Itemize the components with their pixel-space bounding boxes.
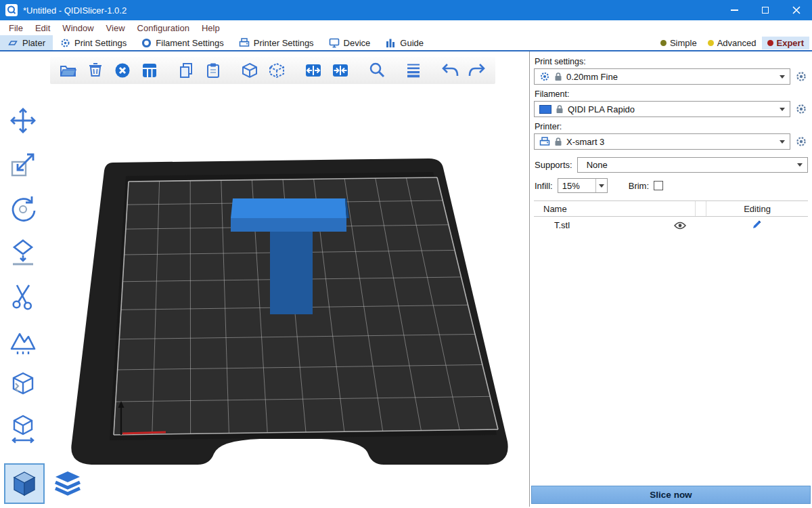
3d-view-cube-icon — [10, 469, 39, 498]
tab-plater[interactable]: Plater — [0, 35, 53, 50]
preview-view-button[interactable] — [49, 465, 87, 503]
tab-filament-settings[interactable]: Filament Settings — [134, 35, 231, 50]
tool-place-on-face-button[interactable] — [5, 235, 41, 270]
supports-combo[interactable]: None — [577, 157, 808, 173]
undo-icon — [441, 62, 459, 79]
mode-simple[interactable]: Simple — [655, 37, 702, 49]
add-instance-icon — [241, 62, 258, 79]
open-button[interactable] — [57, 59, 80, 82]
slice-now-button[interactable]: Slice now — [531, 486, 811, 504]
sidebar: Print settings: 0.20mm Fine Filament: QI… — [529, 51, 812, 507]
print-settings-combo[interactable]: 0.20mm Fine — [534, 68, 790, 85]
tool-rotate-button[interactable] — [5, 191, 41, 226]
visibility-toggle[interactable] — [674, 221, 686, 230]
object-settings-button[interactable] — [752, 219, 763, 232]
redo-button[interactable] — [466, 59, 489, 82]
remove-instance-icon — [268, 62, 286, 79]
mode-label: Expert — [777, 38, 804, 48]
variable-layer-height-icon — [405, 62, 422, 79]
arrange-button[interactable] — [138, 59, 161, 82]
copy-icon — [177, 62, 195, 79]
arrange-icon — [141, 62, 158, 79]
infill-value: 15% — [558, 181, 595, 191]
copy-button[interactable] — [175, 59, 198, 82]
app-icon — [5, 4, 18, 16]
menu-help[interactable]: Help — [196, 23, 226, 33]
window-title: *Untitled - QIDISlicer-1.0.2 — [23, 5, 127, 16]
print-settings-edit-button[interactable] — [794, 70, 808, 83]
supports-value: None — [583, 160, 793, 170]
tool-cut-button[interactable] — [5, 279, 41, 314]
scene-3d — [0, 51, 529, 507]
plater-icon — [7, 38, 18, 47]
split-objects-button[interactable] — [302, 59, 325, 82]
delete-all-button[interactable] — [111, 59, 134, 82]
menu-edit[interactable]: Edit — [29, 23, 56, 33]
printer-combo[interactable]: X-smart 3 — [534, 133, 790, 150]
infill-label: Infill: — [535, 181, 553, 191]
add-instance-button[interactable] — [238, 59, 261, 82]
printer-edit-button[interactable] — [794, 135, 808, 148]
chevron-down-icon — [780, 75, 785, 79]
tab-guide[interactable]: Guide — [378, 35, 431, 50]
column-header-name[interactable]: Name — [534, 201, 696, 216]
undo-button[interactable] — [438, 59, 461, 82]
tool-move-button[interactable] — [5, 103, 41, 138]
mode-advanced[interactable]: Advanced — [702, 37, 762, 49]
menu-window[interactable]: Window — [56, 23, 99, 33]
preset-gear-icon — [539, 71, 550, 82]
tool-measure-button[interactable] — [5, 411, 41, 446]
remove-instance-button[interactable] — [265, 59, 288, 82]
infill-combo[interactable]: 15% — [558, 178, 608, 193]
tab-label: Plater — [22, 38, 45, 48]
menu-configuration[interactable]: Configuration — [131, 23, 196, 33]
menu-file[interactable]: File — [3, 23, 29, 33]
minimize-button[interactable] — [719, 0, 750, 20]
viewport-3d[interactable] — [0, 51, 529, 507]
brim-label: Brim: — [629, 181, 649, 191]
split-parts-icon — [332, 62, 349, 79]
menu-view[interactable]: View — [100, 23, 131, 33]
seam-icon — [8, 370, 38, 400]
left-toolbar — [5, 103, 41, 446]
tool-paint-supports-button[interactable] — [5, 323, 41, 358]
gear-icon — [795, 70, 807, 83]
supports-label: Supports: — [535, 160, 572, 170]
column-header-editing[interactable]: Editing — [706, 201, 808, 216]
tool-seam-button[interactable] — [5, 367, 41, 402]
lock-icon — [554, 137, 562, 146]
titlebar: *Untitled - QIDISlicer-1.0.2 — [0, 0, 812, 20]
chevron-down-icon — [780, 108, 785, 111]
search-icon — [368, 62, 386, 79]
tab-label: Print Settings — [74, 38, 127, 48]
filament-label: Filament: — [535, 89, 808, 99]
search-button[interactable] — [365, 59, 388, 82]
menubar: File Edit Window View Configuration Help — [0, 20, 812, 35]
gear-icon — [795, 103, 807, 115]
split-objects-icon — [304, 62, 322, 79]
filament-edit-button[interactable] — [794, 102, 808, 116]
close-button[interactable] — [781, 0, 812, 20]
filament-icon — [141, 38, 152, 48]
delete-button[interactable] — [84, 59, 107, 82]
tab-device[interactable]: Device — [321, 35, 378, 50]
mode-expert[interactable]: Expert — [762, 37, 809, 49]
open-icon — [60, 62, 77, 79]
brim-checkbox[interactable] — [654, 181, 663, 190]
tool-scale-button[interactable] — [5, 147, 41, 182]
paste-button[interactable] — [202, 59, 225, 82]
filament-combo[interactable]: QIDI PLA Rapido — [534, 101, 790, 117]
editor-view-button[interactable] — [5, 465, 43, 503]
maximize-button[interactable] — [750, 0, 781, 20]
tab-print-settings[interactable]: Print Settings — [53, 35, 134, 50]
tab-printer-settings[interactable]: Printer Settings — [231, 35, 321, 50]
window-controls — [719, 0, 812, 20]
delete-all-icon — [114, 62, 131, 79]
split-parts-button[interactable] — [329, 59, 352, 82]
object-list-header: Name Editing — [534, 201, 808, 217]
app-window: *Untitled - QIDISlicer-1.0.2 File Edit W… — [0, 0, 812, 508]
tab-label: Printer Settings — [254, 38, 314, 48]
view-mode-buttons — [5, 465, 87, 503]
variable-layer-height-button[interactable] — [402, 59, 425, 82]
object-row[interactable]: T.stl — [534, 217, 808, 234]
